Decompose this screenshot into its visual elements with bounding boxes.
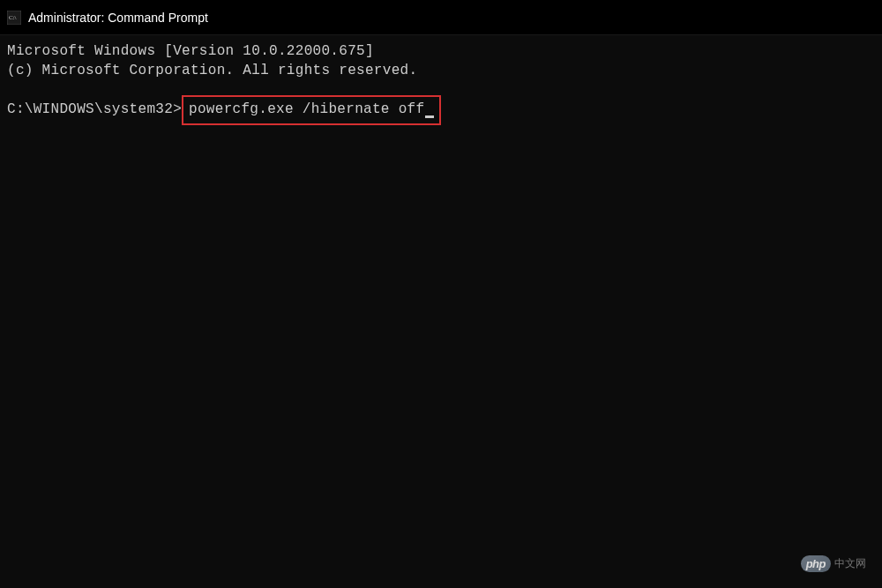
prompt-path: C:\WINDOWS\system32> [7, 100, 182, 125]
typed-command: powercfg.exe /hibernate off [189, 101, 424, 117]
svg-text:C:\: C:\ [9, 14, 17, 21]
window-title: Administrator: Command Prompt [28, 11, 208, 25]
watermark-logo: php [801, 555, 831, 572]
watermark: php 中文网 [801, 555, 866, 572]
command-prompt-icon: C:\ [7, 11, 21, 25]
watermark-text: 中文网 [834, 556, 866, 571]
copyright-line: (c) Microsoft Corporation. All rights re… [7, 62, 875, 81]
command-prompt-line: C:\WINDOWS\system32>powercfg.exe /hibern… [7, 100, 875, 125]
terminal-output-area[interactable]: Microsoft Windows [Version 10.0.22000.67… [0, 35, 882, 132]
command-highlight-box: powercfg.exe /hibernate off [182, 95, 441, 125]
window-title-bar: C:\ Administrator: Command Prompt [0, 0, 882, 35]
version-line: Microsoft Windows [Version 10.0.22000.67… [7, 42, 875, 62]
text-cursor [425, 115, 434, 118]
